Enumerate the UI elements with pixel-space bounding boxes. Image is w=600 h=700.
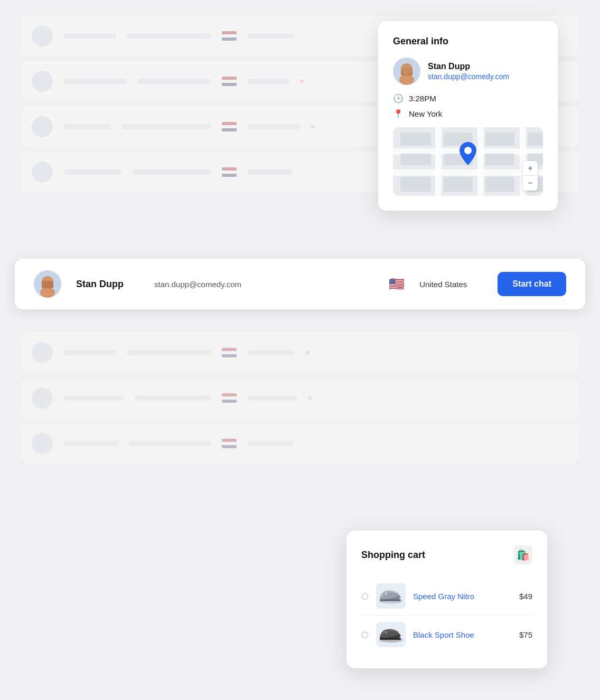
map-container: + − [393,127,543,196]
avatar [393,58,420,85]
user-email[interactable]: stan.dupp@comedy.com [428,72,509,81]
cart-item: ⬡ Black Sport Shoe $75 [361,616,532,654]
cart-header: Shopping cart 🛍️ [361,545,532,564]
shopping-cart-card: Shopping cart 🛍️ ⬡ Speed Gray Nitro $49 … [346,531,547,668]
svg-rect-14 [380,638,401,640]
avatar-img [393,58,420,85]
product-image-1 [376,583,406,609]
svg-point-5 [464,147,472,154]
svg-rect-11 [380,599,401,601]
external-link-icon[interactable]: ⬡ [361,591,369,601]
product-price-2: $75 [519,630,532,639]
shoe-img-dark [377,625,405,644]
user-row: Stan Dupp stan.dupp@comedy.com [393,58,543,85]
location-value: New York [409,109,442,118]
time-value: 3:28PM [409,94,436,103]
user-name: Stan Dupp [428,62,509,71]
user-bar-card: Stan Dupp stan.dupp@comedy.com 🇺🇸 United… [15,259,585,309]
shoe-img-gray [377,587,405,606]
svg-rect-9 [42,281,53,288]
start-chat-button[interactable]: Start chat [498,272,566,296]
location-info: 📍 New York [393,109,543,119]
general-info-title: General info [393,36,543,47]
location-icon: 📍 [393,109,404,119]
product-name-1[interactable]: Speed Gray Nitro [413,592,512,601]
map-pin [458,142,477,167]
user-bar-name: Stan Dupp [76,279,139,290]
svg-point-15 [385,631,387,633]
user-bar-avatar-img [34,270,61,298]
time-info: 🕒 3:28PM [393,93,543,103]
shopify-icon: 🛍️ [513,545,532,564]
map-zoom-out-button[interactable]: − [523,176,538,191]
product-image-2 [376,622,406,647]
svg-point-4 [401,63,412,75]
svg-point-8 [40,287,55,298]
svg-point-2 [399,74,414,85]
product-price-1: $49 [519,592,532,601]
user-bar-avatar [34,270,61,298]
product-name-2[interactable]: Black Sport Shoe [413,630,512,639]
svg-point-12 [385,593,387,595]
external-link-icon-2[interactable]: ⬡ [361,630,369,640]
country-flag-icon: 🇺🇸 [389,277,405,291]
cart-title: Shopping cart [361,550,425,561]
user-name-block: Stan Dupp stan.dupp@comedy.com [428,62,509,81]
map-zoom-in-button[interactable]: + [523,161,538,176]
cart-item: ⬡ Speed Gray Nitro $49 [361,577,532,616]
general-info-card: General info Stan Dupp stan.dupp@comedy.… [378,21,558,211]
user-bar-email: stan.dupp@comedy.com [154,280,374,289]
clock-icon: 🕒 [393,93,404,103]
user-bar-country: United States [419,280,483,289]
map-controls: + − [523,161,538,191]
